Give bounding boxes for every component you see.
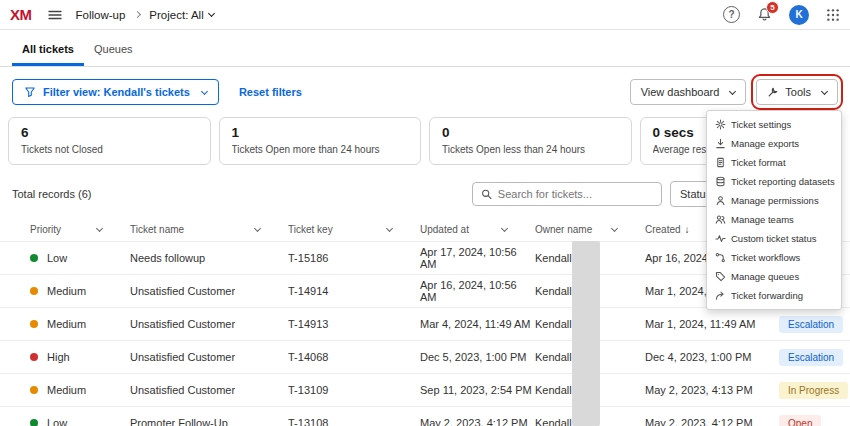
ticket-name-cell: Unsatisfied Customer [130,285,288,297]
updated-at-cell: Mar 4, 2024, 11:49 AM [420,318,535,330]
gear-icon [715,119,726,130]
filter-icon [24,86,36,98]
wrench-icon [767,86,779,98]
database-icon [715,176,726,187]
status-badge: Open [779,415,821,426]
table-row[interactable]: High Unsatisfied Customer T-14068 Dec 5,… [0,340,850,373]
table-scrollbar[interactable] [572,241,600,426]
total-records-label: Total records (6) [12,188,91,200]
chevron-down-icon [254,224,261,231]
priority-dot-medium [30,320,38,328]
document-icon [715,157,726,168]
table-row[interactable]: Low Promoter Follow-Up T-13108 May 2, 20… [0,406,850,426]
project-selector-label: Project: All [149,9,203,21]
ticket-name-cell: Unsatisfied Customer [130,318,288,330]
stat-card-not-closed: 6 Tickets not Closed [8,117,211,165]
ticket-name-cell: Unsatisfied Customer [130,384,288,396]
tab-queues[interactable]: Queues [84,30,143,66]
stat-label: Tickets Open less than 24 hours [442,144,619,155]
hamburger-icon [48,9,62,21]
stat-value: 0 [442,125,619,140]
table-row[interactable]: Medium Unsatisfied Customer T-14913 Mar … [0,307,850,340]
filter-view-dropdown[interactable]: Filter view: Kendall's tickets [12,79,219,105]
chevron-down-icon [501,224,508,231]
created-cell: Dec 4, 2023, 1:00 PM [645,351,779,363]
updated-at-cell: Apr 16, 2024, 10:56 AM [420,279,535,303]
column-header-ticket-key[interactable]: Ticket key [288,224,420,235]
avatar[interactable]: K [789,5,809,25]
status-cell: Open [779,415,850,426]
menu-item-ticket-settings[interactable]: Ticket settings [707,115,841,134]
menu-item-manage-permissions[interactable]: Manage permissions [707,191,841,210]
chevron-right-icon [134,11,141,18]
menu-item-ticket-forwarding[interactable]: Ticket forwarding [707,286,841,305]
filter-view-label: Filter view: Kendall's tickets [43,86,190,98]
priority-dot-low [30,254,38,262]
help-button[interactable]: ? [723,6,740,23]
search-box[interactable] [472,182,662,206]
column-header-owner-name[interactable]: Owner name [535,224,645,235]
forward-arrow-icon [715,290,726,301]
column-header-updated-at[interactable]: Updated at [420,224,535,235]
status-cell: In Progress [779,382,850,399]
apps-grid-icon[interactable] [826,8,840,22]
ticket-key-cell: T-15186 [288,252,420,264]
priority-dot-medium [30,386,38,394]
tab-all-tickets[interactable]: All tickets [12,30,84,66]
stat-card-open-less-24h: 0 Tickets Open less than 24 hours [429,117,632,165]
permissions-user-icon [715,195,726,206]
filter-bar: Filter view: Kendall's tickets Reset fil… [0,67,850,115]
ticket-key-cell: T-14913 [288,318,420,330]
tools-button[interactable]: Tools [756,79,838,105]
ticket-name-cell: Promoter Follow-Up [130,417,288,426]
view-dashboard-button[interactable]: View dashboard [630,79,747,105]
ticket-key-cell: T-13108 [288,417,420,426]
people-icon [715,214,726,225]
search-input[interactable] [498,188,653,200]
stat-label: Tickets not Closed [21,144,198,155]
hamburger-menu-button[interactable] [48,9,62,21]
notification-badge: 5 [766,1,779,14]
created-cell: Mar 1, 2024, 11:49 AM [645,318,779,330]
chevron-down-icon [386,224,393,231]
tag-icon [715,271,726,282]
notifications-button[interactable]: 5 [757,7,772,22]
breadcrumb-app: Follow-up [76,9,126,21]
chevron-down-icon [821,87,828,94]
reset-filters-link[interactable]: Reset filters [239,86,302,98]
priority-dot-high [30,353,38,361]
chevron-down-icon [208,10,215,17]
stat-card-open-more-24h: 1 Tickets Open more than 24 hours [219,117,422,165]
ticket-name-cell: Needs followup [130,252,288,264]
status-badge: In Progress [779,382,848,399]
column-header-priority[interactable]: Priority [30,224,130,235]
ticket-name-cell: Unsatisfied Customer [130,351,288,363]
status-badge: Escalation [779,316,843,333]
tools-dropdown-menu: Ticket settings Manage exports Ticket fo… [706,110,842,310]
stat-label: Tickets Open more than 24 hours [232,144,409,155]
export-icon [715,138,726,149]
menu-item-ticket-reporting-datasets[interactable]: Ticket reporting datasets [707,172,841,191]
updated-at-cell: Sep 11, 2023, 2:54 PM [420,384,535,396]
created-cell: May 2, 2023, 4:12 PM [645,417,779,426]
menu-item-manage-exports[interactable]: Manage exports [707,134,841,153]
menu-item-manage-teams[interactable]: Manage teams [707,210,841,229]
status-cell: Escalation [779,316,850,333]
created-cell: May 2, 2023, 4:13 PM [645,384,779,396]
column-header-ticket-name[interactable]: Ticket name [130,224,288,235]
status-pulse-icon [715,233,726,244]
workflow-icon [715,252,726,263]
menu-item-ticket-workflows[interactable]: Ticket workflows [707,248,841,267]
xm-logo: XM [10,6,32,23]
chevron-down-icon [729,87,736,94]
table-row[interactable]: Medium Unsatisfied Customer T-13109 Sep … [0,373,850,406]
priority-dot-medium [30,287,38,295]
project-selector[interactable]: Project: All [149,9,213,21]
stat-value: 6 [21,125,198,140]
ticket-key-cell: T-14914 [288,285,420,297]
menu-item-custom-ticket-status[interactable]: Custom ticket status [707,229,841,248]
stat-value: 1 [232,125,409,140]
menu-item-ticket-format[interactable]: Ticket format [707,153,841,172]
status-cell: Escalation [779,349,850,366]
menu-item-manage-queues[interactable]: Manage queues [707,267,841,286]
